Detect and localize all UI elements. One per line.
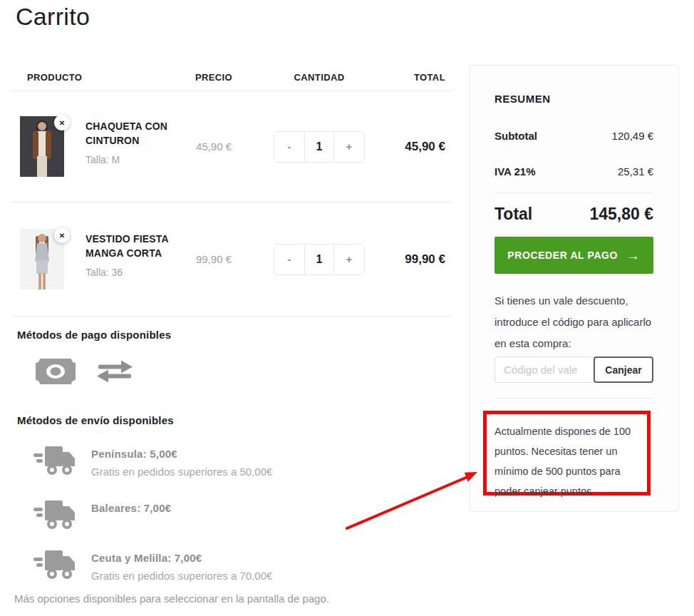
shipping-method-title: Baleares: 7,00€ (91, 502, 171, 514)
quantity-stepper: - 1 + (274, 131, 365, 163)
quantity-increase-button[interactable]: + (334, 245, 364, 274)
quantity-decrease-button[interactable]: - (274, 245, 304, 274)
delivery-truck-icon (33, 548, 75, 580)
product-info: VESTIDO FIESTA MANGA CORTA Talla: 36 (86, 229, 172, 289)
shipping-method-title: Península: 5,00€ (91, 448, 272, 460)
delivery-truck-icon (33, 498, 75, 530)
product-cell: ✕ CHAQUETA CON CINTURON Talla: M (11, 116, 175, 177)
quantity-increase-button[interactable]: + (334, 132, 364, 162)
shipping-methods-heading: Métodos de envío disponibles (17, 414, 445, 426)
page-title: Carrito (16, 3, 90, 31)
payment-icons-row (17, 359, 171, 384)
quantity-value: 1 (304, 132, 334, 162)
points-notice-highlighted: Actualmente dispones de 100 puntos. Nece… (483, 411, 651, 496)
delivery-truck-icon (33, 443, 75, 476)
quantity-stepper: - 1 + (274, 244, 365, 275)
order-summary-panel: RESUMEN Subtotal 120,49 € IVA 21% 25,31 … (469, 65, 679, 512)
cart-row-chaqueta: ✕ CHAQUETA CON CINTURON Talla: M 45,90 €… (11, 91, 451, 202)
quantity-value: 1 (304, 245, 334, 274)
shipping-method-ceuta-melilla: Ceuta y Melilla: 7,00€ Gratis en pedidos… (17, 548, 445, 582)
summary-heading: RESUMEN (494, 93, 653, 105)
iva-value: 25,31 € (618, 165, 653, 178)
line-total: 99,90 € (385, 252, 451, 267)
column-header-price: PRECIO (175, 72, 253, 83)
unit-price: 45,90 € (175, 140, 253, 153)
shipping-method-peninsula: Península: 5,00€ Gratis en pedidos super… (17, 443, 445, 478)
summary-row-iva: IVA 21% 25,31 € (494, 165, 653, 178)
product-variant: Talla: 36 (86, 267, 172, 278)
redeem-voucher-button[interactable]: Canjear (594, 356, 653, 383)
column-header-quantity: CANTIDAD (253, 72, 385, 83)
product-image-vestido: ✕ (20, 229, 64, 289)
checkout-button-label: PROCEDER AL PAGO (507, 250, 618, 261)
product-info: CHAQUETA CON CINTURON Talla: M (86, 116, 172, 177)
quantity-cell: - 1 + (253, 244, 385, 275)
quantity-cell: - 1 + (253, 131, 385, 163)
cart-table: PRODUCTO PRECIO CANTIDAD TOTAL (11, 66, 451, 317)
shipping-method-note: Gratis en pedidos superiores a 50,00€ (91, 466, 272, 478)
cart-table-header: PRODUCTO PRECIO CANTIDAD TOTAL (11, 66, 451, 91)
column-header-total: TOTAL (385, 72, 451, 83)
summary-row-subtotal: Subtotal 120,49 € (494, 130, 653, 142)
product-cell: ✕ VESTIDO FIESTA MANGA CORTA Talla: 36 (11, 229, 175, 289)
voucher-row: Canjear (494, 356, 653, 383)
quantity-decrease-button[interactable]: - (274, 132, 304, 162)
close-icon: ✕ (59, 232, 65, 240)
close-icon: ✕ (59, 119, 65, 127)
cart-page: Carrito PRODUCTO PRECIO CANTIDAD TOTAL (0, 0, 694, 616)
money-bill-icon (36, 359, 76, 384)
line-total: 45,90 € (385, 140, 451, 154)
product-variant: Talla: M (86, 154, 172, 165)
transfer-arrows-icon (97, 359, 133, 384)
panel-divider (494, 398, 653, 399)
voucher-instructions: Si tienes un vale descuento, introduce e… (494, 290, 653, 354)
shipping-method-note: Gratis en pedidos superiores a 70,00€ (91, 570, 272, 582)
payment-methods-heading: Métodos de pago disponibles (17, 329, 171, 341)
summary-total-row: Total 145,80 € (494, 205, 653, 224)
unit-price: 99,90 € (175, 253, 253, 265)
payment-methods-section: Métodos de pago disponibles (17, 329, 171, 384)
remove-item-button[interactable]: ✕ (54, 227, 70, 243)
total-value: 145,80 € (589, 205, 653, 224)
checkout-button[interactable]: PROCEDER AL PAGO → (494, 237, 653, 274)
subtotal-label: Subtotal (494, 130, 537, 142)
subtotal-value: 120,49 € (612, 130, 653, 142)
total-label: Total (494, 205, 532, 224)
more-options-note: Más opciones disponibles para selecciona… (14, 592, 329, 605)
shipping-methods-section: Métodos de envío disponibles Península: … (17, 414, 445, 582)
shipping-method-title: Ceuta y Melilla: 7,00€ (91, 552, 272, 564)
voucher-code-input[interactable] (494, 356, 594, 383)
product-image-chaqueta: ✕ (20, 116, 64, 177)
shipping-method-baleares: Baleares: 7,00€ (17, 498, 445, 530)
product-name: CHAQUETA CON CINTURON (86, 119, 172, 148)
cart-row-vestido: ✕ VESTIDO FIESTA MANGA CORTA Talla: 36 9… (11, 202, 451, 317)
arrow-right-icon: → (626, 249, 641, 262)
column-header-product: PRODUCTO (11, 72, 175, 83)
iva-label: IVA 21% (494, 165, 536, 178)
product-name: VESTIDO FIESTA MANGA CORTA (86, 232, 172, 260)
summary-divider (494, 192, 653, 193)
remove-item-button[interactable]: ✕ (54, 115, 70, 130)
